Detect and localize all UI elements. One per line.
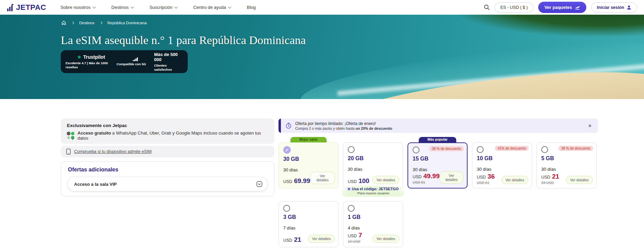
nav-item-destinations[interactable]: Destinos	[111, 5, 133, 10]
old-price: USD 81	[413, 180, 440, 184]
search-icon[interactable]	[484, 4, 490, 10]
package-card-3gb[interactable]: 3 GB 7 días USD 21 Ver detalles	[278, 201, 339, 247]
exclusive-title: Exclusivamente con Jetpac	[67, 123, 268, 128]
breadcrumb-separator-icon	[71, 21, 74, 24]
chevron-down-icon	[174, 5, 178, 9]
package-card-30gb[interactable]: ✓ 30 GB 30 días USD 69.99 Ver detalles	[278, 142, 339, 189]
timer-icon	[285, 123, 292, 129]
phone-icon	[66, 149, 71, 155]
locale-currency-selector[interactable]: ES - USD ( $ )	[495, 2, 533, 13]
view-details-button[interactable]: Ver detalles	[566, 176, 593, 184]
package-card-wrap-1gb: Usa el código: JETSETGO *Para nuevos usu…	[343, 196, 403, 247]
breadcrumb-destinos[interactable]: Destinos	[79, 21, 95, 25]
package-size: 30 GB	[283, 156, 334, 162]
view-details-button[interactable]: Ver detalles	[308, 235, 335, 243]
chevron-down-icon	[131, 5, 134, 9]
package-card-wrap-10gb: 41% de descuento 10 GB 30 días USD 36 US…	[472, 137, 532, 189]
device-check-link[interactable]: Comprueba si tu dispositivo admite eSIM	[74, 149, 152, 154]
price-value: 100	[358, 177, 369, 185]
device-check-panel: Comprueba si tu dispositivo admite eSIM	[61, 146, 274, 157]
package-size: 20 GB	[348, 155, 398, 162]
trust-badge: ★ Trustpilot Excelente 4.7 | Más de 1000…	[61, 50, 188, 73]
promo-code-subtext: *Para nuevos usuarios	[343, 191, 403, 195]
page: JETPAC Sobre nosotros Destinos Suscripci…	[0, 0, 644, 251]
package-duration: 30 días	[541, 167, 592, 172]
package-radio[interactable]	[348, 205, 355, 212]
additional-offers-panel: Ofertas adicionales Acceso a la sala VIP	[61, 161, 274, 196]
nav-item-about[interactable]: Sobre nosotros	[60, 5, 95, 10]
customers-count: Más de 500 000	[154, 52, 183, 62]
package-radio[interactable]	[541, 146, 548, 153]
selected-check-icon[interactable]: ✓	[283, 146, 291, 154]
package-card-15gb[interactable]: 38 % de descuento 15 GB 30 días USD 49.9…	[407, 142, 468, 189]
vip-lounge-row[interactable]: Acceso a la sala VIP	[68, 177, 267, 191]
package-card-5gb[interactable]: 38 % de descuento 5 GB 30 días USD 21 34…	[536, 142, 597, 189]
card-ribbon: Mejor valor	[290, 137, 326, 142]
package-card-1gb[interactable]: Usa el código: JETSETGO *Para nuevos usu…	[343, 201, 403, 247]
currency-label: USD	[541, 175, 550, 180]
package-card-10gb[interactable]: 41% de descuento 10 GB 30 días USD 36 US…	[472, 142, 532, 189]
nav-links: Sobre nosotros Destinos Suscripción Cent…	[60, 5, 256, 10]
nav-item-help-center[interactable]: Centro de ayuda	[193, 5, 230, 10]
home-icon[interactable]	[61, 20, 66, 25]
nav-item-subscription[interactable]: Suscripción	[149, 5, 177, 10]
chevron-down-icon	[228, 5, 231, 9]
navbar-right: ES - USD ( $ ) Ver paquetes Iniciar sesi…	[484, 2, 637, 13]
price-value: 7	[358, 232, 362, 239]
view-details-button[interactable]: Ver detalles	[372, 235, 399, 243]
view-details-button[interactable]: Ver detalles	[310, 172, 335, 184]
package-card-wrap-5gb: 38 % de descuento 5 GB 30 días USD 21 34…	[536, 137, 597, 189]
view-details-button[interactable]: Ver detalles	[501, 176, 528, 184]
package-size: 5 GB	[541, 155, 592, 162]
nav-item-blog[interactable]: Blog	[247, 5, 256, 10]
trustpilot-star-icon: ★	[77, 54, 82, 60]
user-icon	[627, 5, 631, 10]
jetpac-logo[interactable]: JETPAC	[7, 3, 46, 12]
package-duration: 4 días	[348, 225, 398, 231]
promo-code-text: Usa el código: JETSETGO	[352, 187, 399, 191]
currency-label: USD	[477, 175, 486, 180]
discount-badge: 38 % de descuento	[558, 146, 593, 151]
close-icon[interactable]: ✕	[588, 123, 592, 128]
package-size: 15 GB	[413, 156, 462, 162]
promo-tag-icon	[347, 187, 350, 191]
logo-bars-icon	[7, 4, 14, 12]
limited-offer-alert: Oferta por tiempo limitado: ¡Oferta de e…	[278, 118, 598, 133]
package-radio[interactable]	[348, 146, 355, 153]
package-duration: 7 días	[283, 225, 334, 231]
price-value: 36	[487, 173, 495, 180]
view-packages-button[interactable]: Ver paquetes	[538, 2, 586, 13]
package-radio[interactable]	[283, 205, 290, 212]
hero-banner: Destinos República Dominicana La eSIM as…	[0, 15, 644, 99]
view-details-button[interactable]: Ver detalles	[372, 176, 399, 184]
package-card-wrap-15gb: Más popular 38 % de descuento 15 GB 30 d…	[407, 137, 468, 189]
package-card-20gb[interactable]: 20 GB 30 días USD 100 Ver detalles	[343, 142, 403, 189]
package-card-wrap-3gb: 3 GB 7 días USD 21 Ver detalles	[278, 196, 339, 247]
old-price: USD 61	[477, 181, 495, 185]
compat-5g-label: Compatible con 5G	[116, 62, 146, 66]
currency-label: USD	[283, 179, 292, 184]
breadcrumb-current: República Dominicana	[108, 21, 147, 25]
package-radio[interactable]	[413, 147, 419, 153]
alert-title: Oferta por tiempo limitado: ¡Oferta de e…	[295, 121, 392, 126]
offers-title: Ofertas adicionales	[68, 167, 267, 173]
currency-label: USD	[348, 234, 357, 238]
package-price: USD 21	[541, 173, 559, 180]
package-size: 3 GB	[283, 214, 334, 220]
logo-text: JETPAC	[16, 3, 46, 12]
price-value: 21	[552, 173, 559, 180]
old-price: 34 USD	[541, 181, 559, 185]
package-radio[interactable]	[477, 146, 484, 153]
expand-chevron-icon[interactable]	[256, 181, 262, 187]
currency-label: USD	[348, 179, 357, 184]
view-details-button[interactable]: Ver detalles	[440, 171, 463, 184]
package-duration: 30 días	[477, 167, 527, 172]
price-value: 49.99	[423, 172, 440, 180]
vip-lounge-label: Acceso a la sala VIP	[74, 182, 117, 187]
signal-bars-icon	[133, 57, 138, 61]
package-card-wrap-20gb: 20 GB 30 días USD 100 Ver detalles	[343, 137, 403, 189]
navbar: JETPAC Sobre nosotros Destinos Suscripci…	[0, 0, 644, 15]
plane-takeoff-icon	[575, 5, 580, 10]
login-button[interactable]: Iniciar sesión	[591, 2, 637, 13]
package-size: 10 GB	[477, 155, 527, 162]
